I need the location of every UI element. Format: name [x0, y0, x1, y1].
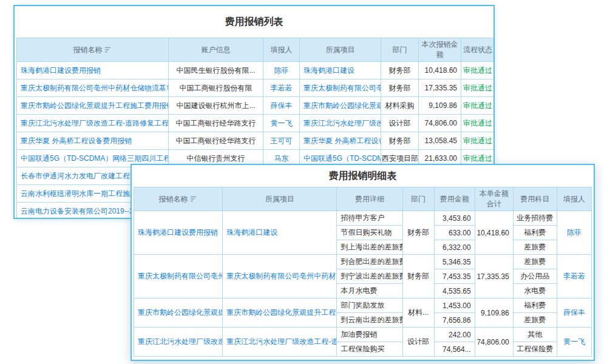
cell-filler[interactable]: 陈菲: [557, 211, 591, 255]
cell-expense-amount: 1,453.00: [434, 298, 475, 313]
cell-expense-subject: 工程保险费: [513, 342, 557, 357]
cell-expense-detail: 节假日购买礼物: [337, 226, 402, 240]
cell-filler[interactable]: 黄一飞: [263, 115, 300, 132]
cell-flow-status: 审批通过: [461, 62, 495, 79]
cell-reimburse-name[interactable]: 重庆市鹅岭公园绿化景观提升工程: [134, 298, 223, 328]
cell-filler[interactable]: 薛保丰: [263, 97, 300, 115]
cell-filler[interactable]: 黄一飞: [557, 328, 591, 357]
cell-department: 财务部: [381, 132, 419, 150]
cell-amount: 74,806.00: [419, 115, 461, 132]
cell-expense-amount: 5,346.35: [434, 255, 475, 269]
header-department: 部门: [402, 187, 434, 211]
cell-amount: 17,335.35: [419, 79, 461, 97]
cell-expense-detail: 到合肥出差的差旅费: [337, 255, 402, 269]
cell-expense-amount: 6,332.00: [434, 240, 475, 255]
cell-department: 财务部: [381, 62, 419, 79]
detail-table-row[interactable]: 重庆市鹅岭公园绿化景观提升工程重庆市鹅岭公园绿化景观提升工程施工部门奖励发放材料…: [134, 298, 592, 313]
cell-total-amount: 74,806.00: [475, 328, 513, 357]
cell-amount: 13,058.45: [419, 132, 461, 150]
cell-flow-status: 审批通过: [461, 79, 495, 97]
cell-department: 材料采购: [381, 97, 419, 115]
cell-filler[interactable]: 陈菲: [263, 62, 300, 79]
detail-table-row[interactable]: 重庆太极制药有限公司亳州中药材重庆太极制药有限公司亳州中药材仓储物流到合肥出差的…: [134, 255, 592, 269]
cell-reimburse-name[interactable]: 重庆华夏 外高桥工程设备费用报销: [17, 132, 169, 150]
cell-reimburse-name[interactable]: 重庆太极制药有限公司亳州中药材: [134, 255, 223, 298]
cell-expense-amount: 242.00: [434, 328, 475, 342]
cell-expense-detail: 加油费报销: [337, 328, 402, 342]
cell-expense-amount: 7,656.86: [434, 313, 475, 328]
detail-table-row[interactable]: 重庆江北污水处理厂级改造工程-重庆江北污水处理厂级改造工程-道路修复工加油费报销…: [134, 328, 592, 342]
cell-project[interactable]: 重庆市鹅岭公园绿化景观提升...: [300, 97, 381, 115]
cell-expense-subject: 差旅费: [513, 255, 557, 269]
cell-flow-status: 审批通过: [461, 132, 495, 150]
cell-department: 材料...: [402, 298, 434, 328]
cell-expense-subject: 其他: [513, 328, 557, 342]
cell-expense-detail: 本月水电费: [337, 284, 402, 298]
cell-account-info: 中国工商银行经华路支行: [169, 115, 263, 132]
header-expense-subject: 费用科目: [513, 187, 557, 211]
cell-total-amount: 17,335.35: [475, 255, 513, 298]
cell-amount: 10,418.60: [419, 62, 461, 79]
list-table-row[interactable]: 重庆江北污水处理厂级改造工程-道路修复工程费用...中国工商银行经华路支行黄一飞…: [17, 115, 495, 132]
cell-reimburse-name[interactable]: 重庆市鹅岭公园绿化景观提升工程施工费用报销: [17, 97, 169, 115]
cell-reimburse-name[interactable]: 珠海鹤港口建设费用报销: [17, 62, 169, 79]
cell-reimburse-name[interactable]: 重庆江北污水处理厂级改造工程-道路修复工程费用...: [17, 115, 169, 132]
cell-filler[interactable]: 李若若: [263, 79, 300, 97]
cell-reimburse-name[interactable]: 重庆江北污水处理厂级改造工程-: [134, 328, 223, 357]
cell-account-info: 中国工商银行经华路支行: [169, 132, 263, 150]
header-label: 报销名称: [73, 46, 103, 54]
header-filler: 填报人: [557, 187, 591, 211]
header-project: 所属项目: [223, 187, 337, 211]
cell-department: 财务部: [381, 79, 419, 97]
list-table-header-row: 报销名称 账户信息 填报人 所属项目 部门 本次报销金额 流程状态: [17, 38, 495, 62]
cell-reimburse-name[interactable]: 珠海鹤港口建设费用报销: [134, 211, 223, 255]
list-table-row[interactable]: 重庆太极制药有限公司亳州中药材仓储物流基地项...中国工商银行股份有限李若若重庆…: [17, 79, 495, 97]
cell-project[interactable]: 重庆太极制药有限公司亳州中...: [300, 79, 381, 97]
cell-expense-subject: 福利费: [513, 298, 557, 313]
list-table-title: 费用报销列表: [16, 6, 492, 38]
detail-table-title: 费用报销明细表: [134, 165, 592, 187]
cell-expense-subject: 差旅费: [513, 240, 557, 255]
header-amount: 本次报销金额: [419, 38, 461, 62]
cell-account-info: 中国工商银行股份有限: [169, 79, 263, 97]
header-account-info: 账户信息: [169, 38, 263, 62]
cell-account-info: 中国建设银行杭州市上...: [169, 97, 263, 115]
cell-filler[interactable]: 李若若: [557, 255, 591, 298]
header-reimburse-name[interactable]: 报销名称: [17, 38, 169, 62]
cell-project[interactable]: 重庆华夏 外高桥工程设备: [300, 132, 381, 150]
header-expense-amount: 费用金额: [434, 187, 475, 211]
cell-project[interactable]: 重庆太极制药有限公司亳州中药材仓储物流: [223, 255, 337, 298]
cell-project[interactable]: 重庆江北污水处理厂级改造工...: [300, 115, 381, 132]
cell-project[interactable]: 重庆江北污水处理厂级改造工程-道路修复工: [223, 328, 337, 357]
cell-department: 财务部: [402, 211, 434, 255]
cell-filler[interactable]: 王可可: [263, 132, 300, 150]
header-project: 所属项目: [300, 38, 381, 62]
cell-expense-subject: 办公用品: [513, 269, 557, 284]
cell-filler[interactable]: 薛保丰: [557, 298, 591, 328]
cell-reimburse-name[interactable]: 重庆太极制药有限公司亳州中药材仓储物流基地项...: [17, 79, 169, 97]
list-table-row[interactable]: 重庆市鹅岭公园绿化景观提升工程施工费用报销中国建设银行杭州市上...薛保丰重庆市…: [17, 97, 495, 115]
detail-table-row[interactable]: 珠海鹤港口建设费用报销珠海鹤港口建设招待甲方客户财务部3,453.6010,41…: [134, 211, 592, 226]
detail-table-header-row: 报销名称 所属项目 费用详细 部门 费用金额 本单金额合计 费用科目 填报人: [134, 187, 592, 211]
cell-expense-detail: 到宁波出差的差旅费: [337, 269, 402, 284]
header-reimburse-name[interactable]: 报销名称: [134, 187, 223, 211]
cell-expense-subject: 福利费: [513, 226, 557, 240]
header-department: 部门: [381, 38, 419, 62]
sort-icon[interactable]: [191, 195, 198, 204]
cell-project[interactable]: 重庆市鹅岭公园绿化景观提升工程施工: [223, 298, 337, 328]
cell-department: 财务部: [402, 255, 434, 298]
sort-icon[interactable]: [105, 46, 112, 55]
cell-department: 设计部: [381, 115, 419, 132]
cell-expense-detail: 到上海出差的差旅费: [337, 240, 402, 255]
cell-expense-amount: 4,535.65: [434, 284, 475, 298]
cell-project[interactable]: 珠海鹤港口建设: [223, 211, 337, 255]
cell-total-amount: 9,109.86: [475, 298, 513, 328]
cell-expense-amount: 7,453.35: [434, 269, 475, 284]
cell-expense-detail: 工程保险购买: [337, 342, 402, 357]
header-filler: 填报人: [263, 38, 300, 62]
header-total-amount: 本单金额合计: [475, 187, 513, 211]
cell-expense-subject: 差旅费: [513, 313, 557, 328]
list-table-row[interactable]: 珠海鹤港口建设费用报销中国民生银行股份有限...陈菲珠海鹤港口建设财务部10,4…: [17, 62, 495, 79]
list-table-row[interactable]: 重庆华夏 外高桥工程设备费用报销中国工商银行经华路支行王可可重庆华夏 外高桥工程…: [17, 132, 495, 150]
cell-project[interactable]: 珠海鹤港口建设: [300, 62, 381, 79]
